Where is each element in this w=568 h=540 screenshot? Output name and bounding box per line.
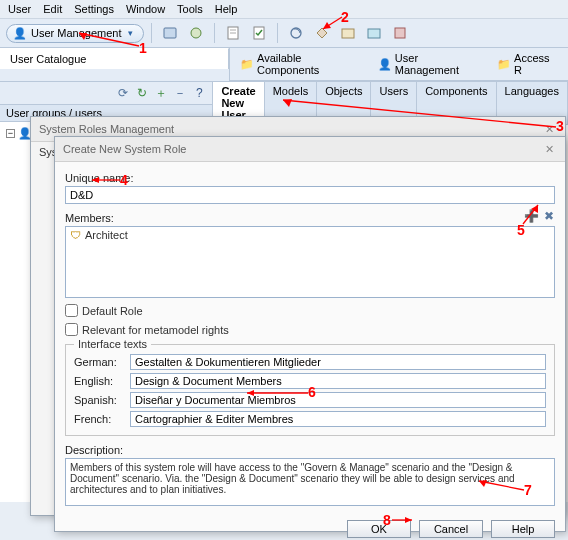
lang-label-french: French: [74, 413, 124, 425]
user-management-label: User Management [31, 27, 122, 39]
toolbar-icon-4[interactable] [248, 22, 270, 44]
members-label: Members: [65, 212, 555, 224]
menu-window[interactable]: Window [126, 3, 165, 15]
svg-rect-0 [164, 28, 176, 38]
dialog2-title: Create New System Role [63, 143, 187, 155]
left-mini-toolbar: ⟳ ↻ ＋ － ? [0, 82, 212, 105]
interface-texts-group: Interface texts German: English: Spanish… [65, 344, 555, 436]
close-icon[interactable]: ✕ [541, 141, 557, 157]
toolbar-icon-5[interactable] [285, 22, 307, 44]
ok-button[interactable]: OK [347, 520, 411, 538]
user-icon [378, 58, 392, 71]
tab-user-management[interactable]: User Management [374, 50, 485, 78]
mini-sync-icon[interactable]: ↻ [134, 85, 150, 101]
svg-point-1 [191, 28, 201, 38]
mini-plus-icon[interactable]: ＋ [153, 85, 169, 101]
close-icon[interactable]: ✕ [541, 121, 557, 137]
user-icon [13, 27, 27, 40]
svg-rect-9 [395, 28, 405, 38]
folder-icon [497, 58, 511, 71]
dialog-create-new-system-role: Create New System Role ✕ Unique name: Me… [54, 136, 566, 532]
unique-name-input[interactable] [65, 186, 555, 204]
lang-label-english: English: [74, 375, 124, 387]
members-listbox[interactable]: Architect [65, 226, 555, 298]
description-textarea[interactable] [65, 458, 555, 506]
mini-help-icon[interactable]: ? [191, 85, 207, 101]
menu-tools[interactable]: Tools [177, 3, 203, 15]
svg-rect-7 [342, 29, 354, 38]
lang-label-german: German: [74, 356, 124, 368]
description-label: Description: [65, 444, 555, 456]
unique-name-label: Unique name: [65, 172, 555, 184]
member-remove-icon[interactable]: ✖ [541, 208, 557, 224]
menu-user[interactable]: User [8, 3, 31, 15]
folder-icon [240, 58, 254, 71]
lang-input-german[interactable] [130, 354, 546, 370]
menu-help[interactable]: Help [215, 3, 238, 15]
menu-edit[interactable]: Edit [43, 3, 62, 15]
role-icon [70, 229, 81, 241]
help-button[interactable]: Help [491, 520, 555, 538]
lang-input-french[interactable] [130, 411, 546, 427]
lang-input-spanish[interactable] [130, 392, 546, 408]
toolbar-icon-3[interactable] [222, 22, 244, 44]
member-item[interactable]: Architect [85, 229, 128, 241]
user-management-dropdown[interactable]: User Management ▾ [6, 24, 144, 43]
tab-access-r[interactable]: Access R [493, 50, 562, 78]
mini-minus-icon[interactable]: － [172, 85, 188, 101]
tree-expand-icon[interactable]: − [6, 129, 15, 138]
toolbar-icon-7[interactable] [337, 22, 359, 44]
menu-settings[interactable]: Settings [74, 3, 114, 15]
interface-texts-title: Interface texts [74, 338, 151, 350]
toolbar-icon-1[interactable] [159, 22, 181, 44]
cancel-button[interactable]: Cancel [419, 520, 483, 538]
menubar: User Edit Settings Window Tools Help [0, 0, 568, 19]
tab-user-catalogue-label: User Catalogue [10, 53, 86, 65]
lang-input-english[interactable] [130, 373, 546, 389]
lang-label-spanish: Spanish: [74, 394, 124, 406]
toolbar-icon-8[interactable] [363, 22, 385, 44]
relevant-metamodel-checkbox[interactable]: Relevant for metamodel rights [65, 323, 555, 336]
svg-rect-8 [368, 29, 380, 38]
member-add-icon[interactable]: ➕ [523, 208, 539, 224]
toolbar-icon-9[interactable] [389, 22, 411, 44]
main-toolbar: User Management ▾ [0, 19, 568, 48]
mini-refresh-icon[interactable]: ⟳ [115, 85, 131, 101]
toolbar-icon-2[interactable] [185, 22, 207, 44]
default-role-checkbox[interactable]: Default Role [65, 304, 555, 317]
chevron-down-icon: ▾ [128, 28, 133, 38]
dialog1-title: System Roles Management [39, 123, 174, 135]
tab-available-components[interactable]: Available Components [236, 50, 366, 78]
tab-user-catalogue[interactable]: User Catalogue [0, 48, 229, 69]
toolbar-icon-6[interactable] [311, 22, 333, 44]
